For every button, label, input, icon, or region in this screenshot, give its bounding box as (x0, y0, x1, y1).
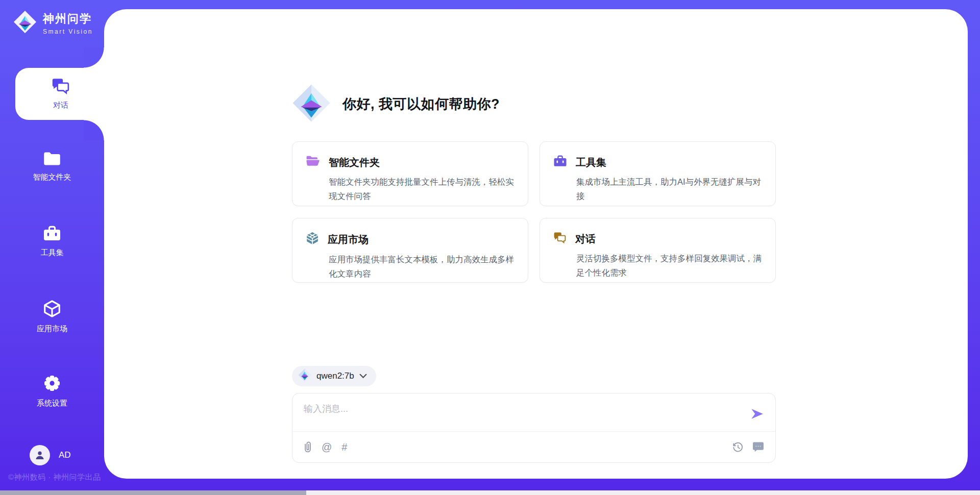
sidebar-item-label: 系统设置 (37, 399, 67, 408)
avatar (30, 445, 50, 465)
greeting-text: 你好, 我可以如何帮助你? (342, 95, 500, 113)
sidebar-item-settings[interactable]: 系统设置 (0, 372, 104, 410)
brand-name: 神州问学 (43, 11, 93, 27)
chat-bubbles-icon (553, 232, 567, 246)
model-diamond-logo (298, 368, 311, 384)
user-name: AD (59, 450, 71, 460)
chat-bubbles-icon (51, 78, 70, 97)
brand-diamond-logo (13, 10, 37, 36)
hash-icon[interactable]: # (341, 442, 347, 452)
sidebar-item-label: 应用市场 (37, 324, 67, 334)
message-input[interactable] (292, 393, 742, 430)
briefcase-icon (553, 155, 567, 169)
copyright: ©神州数码 · 神州问学出品 (8, 473, 101, 482)
at-icon[interactable]: @ (322, 442, 332, 452)
horizontal-scrollbar[interactable] (0, 490, 980, 495)
sidebar-item-label: 对话 (53, 101, 68, 110)
model-name: qwen2:7b (316, 371, 354, 381)
feature-cards: 智能文件夹 智能文件夹功能支持批量文件上传与清洗，轻松实现文件问答 工具集 (292, 141, 776, 283)
card-title: 工具集 (576, 156, 606, 169)
folder-icon (43, 151, 61, 168)
user-profile[interactable]: AD (30, 445, 71, 465)
card-description: 应用市场提供丰富长文本模板，助力高效生成多样化文章内容 (329, 252, 516, 281)
sidebar-item-app-market[interactable]: 应用市场 (0, 297, 104, 336)
comment-icon[interactable] (752, 441, 764, 453)
sidebar-item-toolset[interactable]: 工具集 (0, 222, 104, 261)
card-description: 集成市场上主流工具，助力AI与外界无缝扩展与对接 (576, 175, 763, 203)
tab-fillet-top (84, 47, 104, 68)
card-title: 应用市场 (328, 233, 369, 246)
cube-icon (43, 300, 61, 320)
card-description: 智能文件夹功能支持批量文件上传与清洗，轻松实现文件问答 (329, 175, 516, 203)
gear-icon (43, 374, 61, 394)
scrollbar-thumb[interactable] (0, 490, 306, 495)
card-title: 对话 (575, 232, 596, 246)
card-chat[interactable]: 对话 灵活切换多模型文件，支持多样回复效果调试，满足个性化需求 (540, 218, 776, 283)
composer-toolbar: @ # (292, 432, 775, 462)
send-icon[interactable] (750, 407, 764, 421)
card-description: 灵活切换多模型文件，支持多样回复效果调试，满足个性化需求 (576, 251, 763, 280)
card-title: 智能文件夹 (329, 156, 380, 169)
chevron-down-icon (359, 372, 367, 381)
message-composer: @ # (292, 393, 776, 463)
main-panel: 你好, 我可以如何帮助你? 智能文件夹 智能文件夹功能支持批量文件上传与清洗，轻… (104, 9, 968, 479)
sidebar-item-smart-folder[interactable]: 智能文件夹 (0, 147, 104, 186)
brand: 神州问学 Smart Vision (13, 10, 93, 36)
brand-diamond-logo (292, 84, 331, 125)
folder-open-icon (306, 155, 320, 169)
sidebar: 神州问学 Smart Vision 对话 智能文件夹 (0, 0, 104, 495)
sidebar-item-chat[interactable]: 对话 (15, 68, 106, 120)
greeting-row: 你好, 我可以如何帮助你? (292, 84, 500, 125)
paperclip-icon[interactable] (304, 441, 312, 453)
brand-subtitle: Smart Vision (43, 28, 93, 35)
card-app-market[interactable]: 应用市场 应用市场提供丰富长文本模板，助力高效生成多样化文章内容 (292, 218, 528, 283)
history-icon[interactable] (732, 441, 744, 453)
model-selector[interactable]: qwen2:7b (292, 366, 376, 386)
content-column: 你好, 我可以如何帮助你? 智能文件夹 智能文件夹功能支持批量文件上传与清洗，轻… (292, 9, 776, 479)
cube-grid-icon (306, 232, 319, 247)
tab-fillet-bottom (84, 120, 104, 140)
card-toolset[interactable]: 工具集 集成市场上主流工具，助力AI与外界无缝扩展与对接 (540, 141, 776, 206)
sidebar-item-label: 工具集 (41, 248, 64, 258)
briefcase-icon (43, 226, 61, 244)
card-smart-folder[interactable]: 智能文件夹 智能文件夹功能支持批量文件上传与清洗，轻松实现文件问答 (292, 141, 528, 206)
sidebar-item-label: 智能文件夹 (33, 172, 71, 182)
